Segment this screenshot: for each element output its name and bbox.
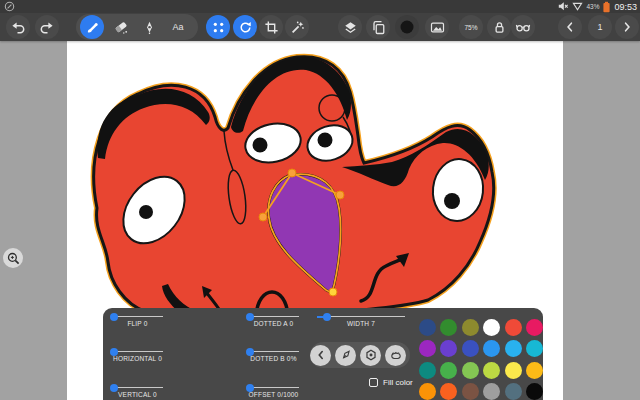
status-bar: 43% 09:53 bbox=[0, 0, 640, 13]
volume-muted-icon bbox=[558, 1, 569, 12]
color-swatch[interactable] bbox=[419, 340, 436, 357]
color-swatch[interactable] bbox=[462, 340, 479, 357]
current-color-icon bbox=[398, 18, 416, 36]
text-tool-label: Aa bbox=[172, 22, 183, 32]
battery-icon bbox=[602, 1, 611, 13]
color-swatch[interactable] bbox=[526, 362, 543, 379]
undo-button[interactable] bbox=[6, 15, 30, 39]
color-swatch[interactable] bbox=[440, 319, 457, 336]
brush-tool-button[interactable] bbox=[80, 15, 104, 39]
color-swatch[interactable] bbox=[462, 319, 479, 336]
color-swatch[interactable] bbox=[505, 319, 522, 336]
magnifier-plus-icon bbox=[6, 251, 21, 266]
eraser-icon bbox=[113, 19, 129, 35]
color-swatch[interactable] bbox=[419, 362, 436, 379]
selection-dots-icon bbox=[211, 20, 226, 35]
chevron-right-icon bbox=[620, 20, 634, 34]
rotate-tool-button[interactable] bbox=[233, 15, 257, 39]
properties-panel: FLIP 0 DOTTED A 0 WIDTH 7 HORIZONTAL 0 D… bbox=[103, 308, 543, 400]
color-swatch[interactable] bbox=[419, 383, 436, 400]
zoom-level-button[interactable]: 75% bbox=[459, 15, 483, 39]
drawing-app: { "status_bar": { "time": "09:53", "batt… bbox=[0, 0, 640, 400]
rotate-icon bbox=[238, 20, 253, 35]
color-swatch[interactable] bbox=[419, 319, 436, 336]
crop-tool-button[interactable] bbox=[259, 15, 283, 39]
redo-button[interactable] bbox=[35, 15, 59, 39]
layers-button[interactable] bbox=[338, 15, 362, 39]
brush-icon bbox=[85, 20, 100, 35]
fill-color-checkbox[interactable] bbox=[369, 378, 378, 387]
toolbar: Aa 75% 1 bbox=[0, 13, 640, 41]
zoom-button[interactable] bbox=[3, 248, 23, 268]
color-swatch[interactable] bbox=[526, 319, 543, 336]
clock: 09:53 bbox=[614, 2, 637, 12]
color-palette bbox=[103, 308, 543, 400]
selection-handle bbox=[259, 213, 267, 221]
color-swatch[interactable] bbox=[440, 362, 457, 379]
color-swatch[interactable] bbox=[526, 383, 543, 400]
lock-icon bbox=[492, 20, 507, 35]
screen-cast-icon bbox=[4, 1, 15, 12]
page-number[interactable]: 1 bbox=[588, 15, 612, 39]
color-swatch[interactable] bbox=[483, 362, 500, 379]
color-swatch[interactable] bbox=[505, 340, 522, 357]
selection-handle bbox=[336, 191, 344, 199]
image-button[interactable] bbox=[425, 15, 449, 39]
zoom-level-label: 75% bbox=[464, 24, 477, 31]
color-swatch[interactable] bbox=[505, 362, 522, 379]
page-number-label: 1 bbox=[597, 22, 602, 32]
eraser-tool-button[interactable] bbox=[109, 15, 133, 39]
glasses-icon bbox=[515, 19, 531, 35]
copy-button[interactable] bbox=[366, 15, 390, 39]
fill-color-row: Fill color bbox=[369, 378, 413, 387]
color-swatch[interactable] bbox=[483, 340, 500, 357]
color-swatch[interactable] bbox=[483, 319, 500, 336]
redo-icon bbox=[39, 19, 55, 35]
text-tool-button[interactable]: Aa bbox=[166, 15, 190, 39]
chevron-left-icon bbox=[563, 20, 577, 34]
color-swatch-button[interactable] bbox=[395, 15, 419, 39]
image-icon bbox=[430, 20, 445, 35]
pen-nib-icon bbox=[142, 20, 157, 35]
undo-icon bbox=[10, 19, 26, 35]
selection-handle bbox=[288, 169, 296, 177]
selection-handle bbox=[329, 288, 337, 296]
battery-percent: 43% bbox=[586, 3, 599, 10]
color-swatch[interactable] bbox=[440, 383, 457, 400]
next-page-button[interactable] bbox=[615, 15, 639, 39]
magic-wand-button[interactable] bbox=[285, 15, 309, 39]
select-transform-button[interactable] bbox=[206, 15, 230, 39]
pen-tool-button[interactable] bbox=[137, 15, 161, 39]
lock-button[interactable] bbox=[487, 15, 511, 39]
crop-icon bbox=[264, 20, 279, 35]
color-swatch[interactable] bbox=[440, 340, 457, 357]
color-swatch[interactable] bbox=[526, 340, 543, 357]
copy-icon bbox=[371, 20, 386, 35]
color-swatch[interactable] bbox=[483, 383, 500, 400]
previous-page-button[interactable] bbox=[558, 15, 582, 39]
color-swatch[interactable] bbox=[462, 362, 479, 379]
magic-wand-icon bbox=[290, 20, 305, 35]
layers-icon bbox=[343, 20, 358, 35]
fill-color-label: Fill color bbox=[383, 378, 413, 387]
color-swatch[interactable] bbox=[505, 383, 522, 400]
view-mode-button[interactable] bbox=[511, 15, 535, 39]
color-swatch[interactable] bbox=[462, 383, 479, 400]
wifi-icon bbox=[572, 1, 583, 12]
